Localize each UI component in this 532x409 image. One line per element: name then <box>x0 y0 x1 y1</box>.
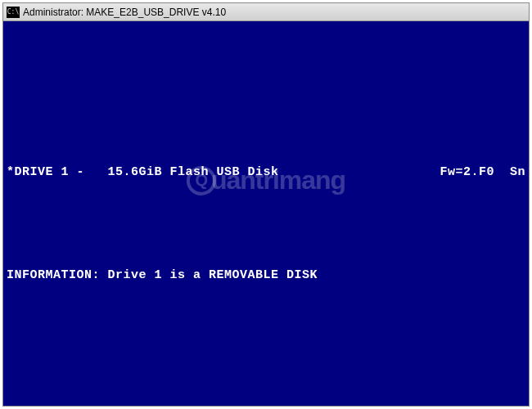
cmd-icon-label: C:\ <box>7 8 19 16</box>
blank-line <box>7 112 525 129</box>
console-window: C:\ Administrator: MAKE_E2B_USB_DRIVE v4… <box>2 2 530 407</box>
titlebar[interactable]: C:\ Administrator: MAKE_E2B_USB_DRIVE v4… <box>3 3 529 21</box>
blank-line <box>7 215 525 232</box>
drive-description: *DRIVE 1 - 15.6GiB Flash USB Disk <box>7 164 279 181</box>
blank-line <box>7 318 525 335</box>
information-line: INFORMATION: Drive 1 is a REMOVABLE DISK <box>7 267 525 284</box>
window-title: Administrator: MAKE_E2B_USB_DRIVE v4.10 <box>23 7 226 18</box>
blank-line <box>7 61 525 78</box>
cmd-icon: C:\ <box>7 7 20 18</box>
drive-info-line: *DRIVE 1 - 15.6GiB Flash USB Disk Fw=2.F… <box>7 164 525 181</box>
console-body[interactable]: *DRIVE 1 - 15.6GiB Flash USB Disk Fw=2.F… <box>3 21 529 406</box>
blank-line <box>7 370 525 387</box>
drive-firmware: Fw=2.F0 Sn <box>440 164 525 181</box>
